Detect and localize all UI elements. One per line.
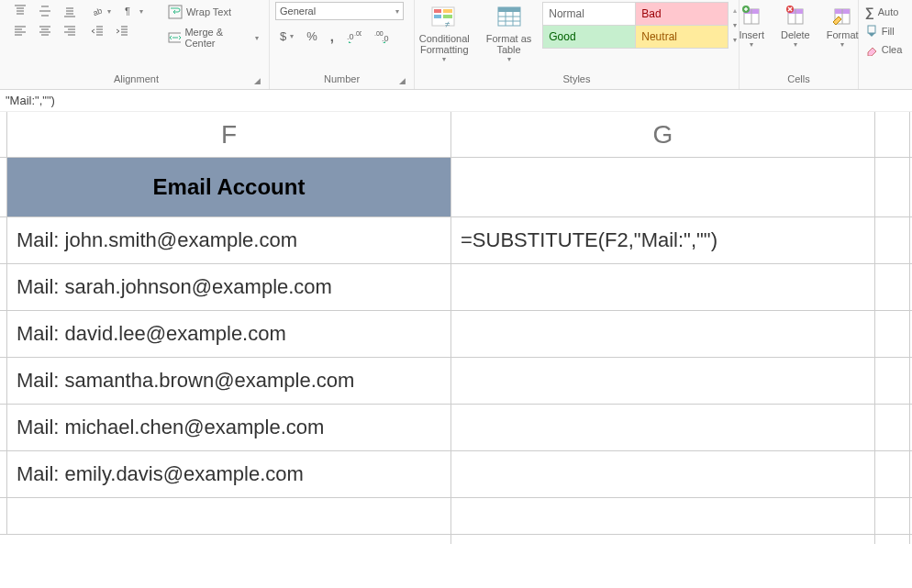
- style-bad[interactable]: Bad: [636, 3, 728, 25]
- cell-F8[interactable]: [7, 498, 451, 544]
- cell-G3[interactable]: [451, 264, 875, 310]
- conditional-formatting-button[interactable]: ≠ Conditional Formatting ▾: [414, 2, 475, 68]
- align-left-icon[interactable]: [9, 22, 31, 40]
- accounting-format-button[interactable]: $▾: [275, 27, 298, 46]
- decrease-indent-icon[interactable]: [86, 22, 108, 40]
- merge-center-button[interactable]: Merge & Center ▾: [163, 24, 263, 51]
- table-row: Mail: samantha.brown@example.com: [0, 358, 912, 405]
- style-good[interactable]: Good: [543, 26, 635, 48]
- clear-button[interactable]: Clea: [861, 40, 907, 59]
- cell-G8[interactable]: [451, 498, 875, 544]
- cell-F3[interactable]: Mail: sarah.johnson@example.com: [7, 264, 451, 310]
- group-label-styles: Styles: [563, 71, 591, 89]
- comma-format-button[interactable]: ,: [326, 26, 339, 47]
- cell-G4[interactable]: [451, 311, 875, 357]
- cell-H5[interactable]: [875, 358, 910, 404]
- cell-G1[interactable]: [451, 158, 875, 216]
- style-neutral[interactable]: Neutral: [636, 26, 728, 48]
- number-dialog-launcher-icon[interactable]: ◢: [399, 76, 410, 87]
- clear-label: Clea: [882, 44, 903, 55]
- align-right-icon[interactable]: [59, 22, 81, 40]
- svg-text:¶: ¶: [125, 6, 130, 17]
- group-label-number: Number: [324, 71, 360, 89]
- cell-F7[interactable]: Mail: emily.davis@example.com: [7, 451, 451, 497]
- formula-bar[interactable]: "Mail:",""): [0, 90, 912, 112]
- conditional-formatting-icon: ≠: [430, 4, 458, 31]
- group-cells: Insert ▾ Delete ▾ Format ▾ Cells: [740, 0, 859, 89]
- cell-F2[interactable]: Mail: john.smith@example.com: [7, 217, 451, 263]
- align-bottom-icon[interactable]: [59, 2, 81, 20]
- group-editing: ∑ Auto Fill Clea: [859, 0, 908, 89]
- cell-H1[interactable]: [875, 158, 910, 216]
- svg-text:ab: ab: [92, 6, 104, 17]
- format-label: Format: [827, 29, 859, 40]
- cell-G5[interactable]: [451, 358, 875, 404]
- svg-text:≠: ≠: [445, 19, 450, 29]
- cell-F5[interactable]: Mail: samantha.brown@example.com: [7, 358, 451, 404]
- svg-text:.0: .0: [347, 32, 354, 41]
- autosum-button[interactable]: ∑ Auto: [861, 2, 904, 22]
- cell-H6[interactable]: [875, 405, 910, 450]
- table-row: Mail: david.lee@example.com: [0, 311, 912, 358]
- column-header-G[interactable]: G: [451, 112, 875, 157]
- cell-G7[interactable]: [451, 451, 875, 497]
- format-as-table-button[interactable]: Format as Table ▾: [481, 2, 538, 68]
- header-cell-email-account[interactable]: Email Account: [7, 158, 451, 216]
- group-label-cells: Cells: [787, 71, 809, 89]
- spreadsheet[interactable]: F G Email Account Mail: john.smith@examp…: [0, 112, 912, 535]
- table-row: Mail: emily.davis@example.com: [0, 451, 912, 498]
- fill-down-icon: [865, 25, 878, 38]
- insert-cells-icon: [740, 4, 762, 28]
- fill-button[interactable]: Fill: [861, 22, 899, 40]
- ribbon: ab▾ ¶▾ Wrap Text Merge & Center ▾: [0, 0, 912, 90]
- format-cells-icon: [831, 4, 853, 28]
- insert-button[interactable]: Insert ▾: [733, 2, 770, 68]
- align-middle-icon[interactable]: [34, 2, 56, 20]
- alignment-dialog-launcher-icon[interactable]: ◢: [254, 76, 265, 87]
- svg-rect-67: [868, 26, 875, 33]
- increase-decimal-icon[interactable]: .0.00: [342, 28, 366, 46]
- cell-H2[interactable]: [875, 217, 910, 263]
- cell-styles-gallery[interactable]: Normal Bad Good Neutral: [542, 2, 728, 49]
- sigma-icon: ∑: [865, 5, 874, 19]
- column-header-F[interactable]: F: [7, 112, 451, 157]
- cell-F6[interactable]: Mail: michael.chen@example.com: [7, 405, 451, 450]
- increase-indent-icon[interactable]: [111, 22, 133, 40]
- svg-rect-47: [498, 7, 520, 12]
- number-format-combo[interactable]: General ▾: [275, 2, 404, 20]
- delete-button[interactable]: Delete ▾: [775, 2, 816, 68]
- eraser-icon: [865, 43, 878, 56]
- cell-F4[interactable]: Mail: david.lee@example.com: [7, 311, 451, 357]
- cell-G6[interactable]: [451, 405, 875, 450]
- delete-label: Delete: [781, 29, 810, 40]
- orientation-icon[interactable]: ab▾: [86, 2, 116, 20]
- format-as-table-label: Format as Table: [486, 33, 532, 55]
- cell-H7[interactable]: [875, 451, 910, 497]
- group-label-alignment: Alignment: [114, 71, 159, 89]
- style-normal[interactable]: Normal: [543, 3, 635, 25]
- column-header-next[interactable]: [875, 112, 910, 157]
- svg-text:.00: .00: [354, 30, 361, 37]
- svg-rect-41: [434, 9, 441, 13]
- decrease-decimal-icon[interactable]: .00.0: [370, 28, 394, 46]
- number-format-value: General: [280, 6, 316, 17]
- wrap-text-icon: [168, 5, 183, 19]
- percent-format-button[interactable]: %: [302, 27, 322, 46]
- cell-H3[interactable]: [875, 264, 910, 310]
- cell-H4[interactable]: [875, 311, 910, 357]
- cell-H8[interactable]: [875, 498, 910, 544]
- format-button[interactable]: Format ▾: [821, 2, 864, 68]
- align-top-icon[interactable]: [9, 2, 31, 20]
- group-styles: ≠ Conditional Formatting ▾ Format as Tab…: [415, 0, 740, 89]
- fill-label: Fill: [882, 26, 895, 37]
- table-row: [0, 498, 912, 535]
- merge-center-label: Merge & Center: [184, 27, 250, 49]
- formula-bar-text: "Mail:",""): [6, 94, 55, 107]
- align-center-icon[interactable]: [34, 22, 56, 40]
- group-alignment: ab▾ ¶▾ Wrap Text Merge & Center ▾: [4, 0, 270, 89]
- show-formatting-icon[interactable]: ¶▾: [118, 2, 148, 20]
- table-row: Mail: michael.chen@example.com: [0, 405, 912, 451]
- wrap-text-button[interactable]: Wrap Text: [163, 2, 263, 22]
- conditional-formatting-label: Conditional Formatting: [419, 33, 470, 55]
- cell-G2[interactable]: =SUBSTITUTE(F2,"Mail:",""): [451, 217, 875, 263]
